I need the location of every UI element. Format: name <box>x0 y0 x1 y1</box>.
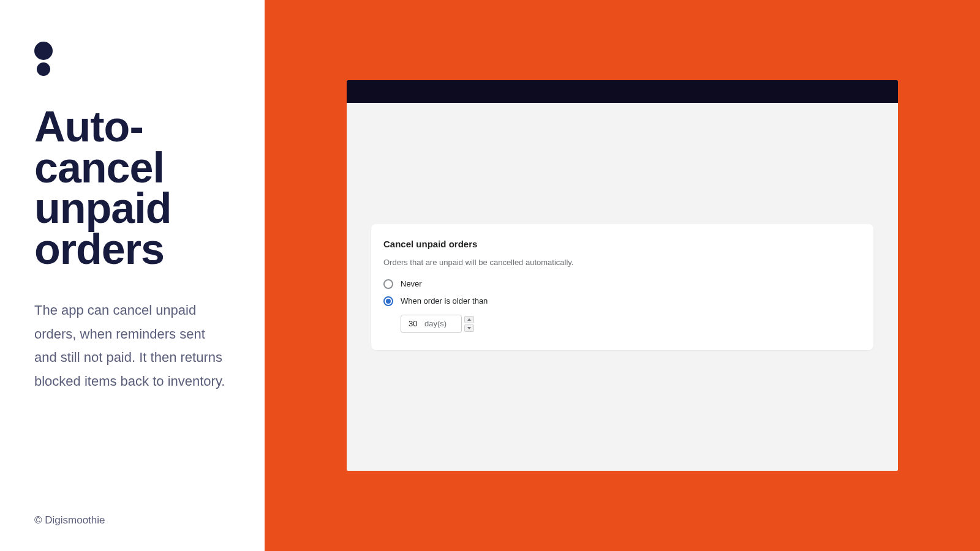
app-body: Cancel unpaid orders Orders that are unp… <box>347 103 898 471</box>
increment-button[interactable] <box>464 316 474 323</box>
app-titlebar <box>347 80 898 103</box>
radio-label-older: When order is older than <box>401 296 488 305</box>
logo-circle-icon <box>34 42 53 60</box>
decrement-button[interactable] <box>464 324 474 332</box>
radio-label-never: Never <box>401 279 422 288</box>
days-unit: day(s) <box>424 319 447 328</box>
radio-option-older-than[interactable]: When order is older than <box>383 296 861 306</box>
radio-option-never[interactable]: Never <box>383 279 861 289</box>
preview-panel: Cancel unpaid orders Orders that are unp… <box>265 0 980 551</box>
app-window: Cancel unpaid orders Orders that are unp… <box>347 80 898 471</box>
page-heading: Auto-cancel unpaid orders <box>34 107 230 269</box>
logo-circle-small-icon <box>37 62 50 76</box>
days-input-group: 30 day(s) <box>401 315 861 333</box>
spinner-buttons <box>464 316 474 332</box>
card-subtitle: Orders that are unpaid will be cancelled… <box>383 258 861 267</box>
copyright-text: © Digismoothie <box>34 514 230 527</box>
days-number-input[interactable]: 30 day(s) <box>401 315 462 333</box>
info-panel: Auto-cancel unpaid orders The app can ca… <box>0 0 265 551</box>
brand-logo <box>34 42 230 76</box>
chevron-down-icon <box>467 327 471 329</box>
card-title: Cancel unpaid orders <box>383 239 861 249</box>
radio-icon <box>383 279 393 289</box>
radio-selected-icon <box>383 296 393 306</box>
page-description: The app can cancel unpaid orders, when r… <box>34 299 230 394</box>
chevron-up-icon <box>467 318 471 321</box>
days-value: 30 <box>409 319 424 328</box>
cancel-orders-card: Cancel unpaid orders Orders that are unp… <box>371 224 873 350</box>
